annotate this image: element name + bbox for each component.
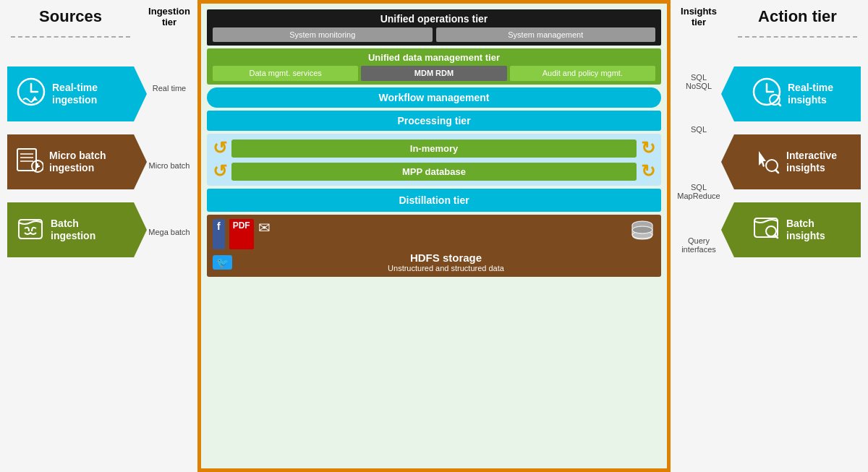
- middle-section: Ingestion tier Real time Micro batch Meg…: [141, 0, 727, 472]
- microbatch-ingestion-label: Micro batch ingestion: [49, 150, 125, 174]
- interactive-insights-box: Interactive insights: [734, 134, 861, 189]
- realtime-insights-icon: [752, 77, 782, 112]
- ins-label-sql-nosql: SQL NoSQL: [686, 73, 712, 90]
- realtime-insights-box: Real-time insights: [734, 66, 861, 121]
- hdfs-section: f PDF ✉: [207, 215, 661, 277]
- pdf-icon: PDF: [229, 219, 254, 249]
- left-arrow-mpp: ↺: [213, 161, 227, 181]
- batch-insights-label: Batch insights: [786, 218, 852, 242]
- batch-insights-box: Batch insights: [734, 202, 861, 257]
- realtime-insights-label: Real-time insights: [788, 82, 852, 106]
- action-column: Action tier Real-time insights: [727, 0, 868, 472]
- batch-ingestion-label: Batch ingestion: [51, 218, 125, 242]
- ing-label-microbatch: Micro batch: [149, 161, 190, 170]
- realtime-ingestion-box: Real-time ingestion: [7, 66, 134, 121]
- in-memory-row: ↺ In-memory ↻: [213, 138, 655, 158]
- hdfs-text-block: HDFS storage Unstructured and structured…: [237, 252, 655, 273]
- unified-ops-tier: Unified operations tier System monitorin…: [207, 9, 661, 46]
- realtime-ingestion-icon: [16, 77, 46, 112]
- system-management-box: System management: [436, 27, 656, 42]
- email-icon: ✉: [258, 219, 271, 249]
- ingestion-tier-column: Ingestion tier Real time Micro batch Meg…: [141, 0, 197, 472]
- action-divider: [738, 36, 857, 38]
- unified-ops-boxes: System monitoring System management: [213, 27, 655, 42]
- microbatch-ingestion-icon: [16, 146, 43, 179]
- svg-marker-3: [32, 96, 38, 100]
- unified-data-tier: Unified data management tier Data mgmt. …: [207, 48, 661, 85]
- svg-rect-4: [17, 149, 36, 171]
- hdfs-subtitle: Unstructured and structured data: [237, 264, 655, 273]
- unified-data-boxes: Data mgmt. services MDM RDM Audit and po…: [213, 66, 655, 81]
- interactive-insights-label: Interactive insights: [786, 150, 852, 174]
- ing-label-megabatch: Mega batch: [148, 228, 190, 236]
- mdm-rdm-box: MDM RDM: [361, 66, 506, 81]
- db-icon: [629, 219, 655, 249]
- system-monitoring-box: System monitoring: [213, 27, 433, 42]
- processing-bar: Processing tier: [207, 111, 661, 131]
- svg-line-20: [775, 170, 778, 173]
- facebook-icon: f: [213, 219, 225, 249]
- batch-ingestion-icon: [16, 214, 45, 246]
- center-orange-box: Unified operations tier System monitorin…: [197, 0, 671, 472]
- ins-label-query: Query interfaces: [673, 236, 724, 254]
- svg-line-18: [778, 103, 780, 106]
- ing-label-realtime: Real time: [153, 84, 186, 93]
- sources-divider: [11, 36, 130, 38]
- workflow-bar: Workflow management: [207, 87, 661, 108]
- interactive-insights-icon: [752, 145, 780, 179]
- main-layout: Sources Real-time ingestion: [0, 0, 868, 472]
- data-mgmt-box: Data mgmt. services: [213, 66, 358, 81]
- batch-ingestion-box: Batch ingestion: [7, 202, 134, 257]
- insights-tier-title: Insights tier: [673, 6, 724, 27]
- ingestion-tier-title: Ingestion tier: [144, 6, 195, 27]
- distillation-bar: Distillation tier: [207, 189, 661, 212]
- unified-data-title: Unified data management tier: [213, 52, 655, 63]
- left-arrow-inmem: ↺: [213, 138, 227, 158]
- batch-insights-icon: [752, 214, 780, 246]
- realtime-ingestion-label: Real-time ingestion: [52, 82, 125, 106]
- sources-column: Sources Real-time ingestion: [0, 0, 141, 472]
- mem-mpp-section: ↺ In-memory ↻ ↺ MPP database ↻: [207, 134, 661, 186]
- sources-title: Sources: [39, 7, 102, 26]
- ins-label-sql-mapreduce: SQL MapReduce: [677, 183, 720, 200]
- twitter-icon: 🐦: [213, 255, 232, 270]
- unified-ops-title: Unified operations tier: [213, 13, 655, 25]
- audit-policy-box: Audit and policy mgmt.: [510, 66, 655, 81]
- mpp-row: ↺ MPP database ↻: [213, 161, 655, 181]
- ins-label-sql: SQL: [691, 125, 707, 134]
- action-title: Action tier: [758, 7, 837, 26]
- right-arrow-mpp: ↻: [641, 161, 655, 181]
- hdfs-icons-row: f PDF ✉: [213, 219, 655, 249]
- right-arrow-inmem: ↻: [641, 138, 655, 158]
- svg-point-13: [632, 226, 652, 233]
- hdfs-bottom-row: 🐦 HDFS storage Unstructured and structur…: [213, 252, 655, 273]
- in-memory-bar: In-memory: [231, 140, 637, 158]
- insights-tier-column: Insights tier SQL NoSQL SQL SQL MapReduc…: [671, 0, 727, 472]
- mpp-bar: MPP database: [231, 163, 637, 181]
- hdfs-title: HDFS storage: [237, 252, 655, 264]
- microbatch-ingestion-box: Micro batch ingestion: [7, 134, 134, 189]
